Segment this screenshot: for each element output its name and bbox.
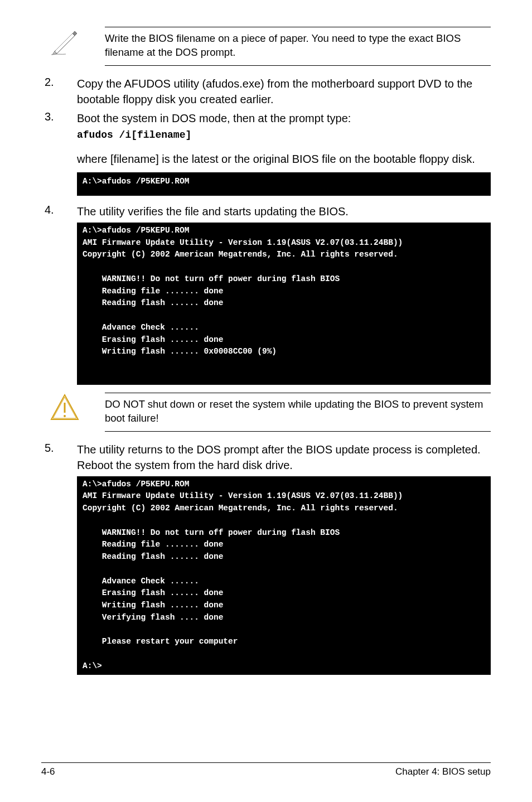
step3-text: Boot the system in DOS mode, then at the…	[77, 112, 351, 124]
step-body: The utility verifies the file and starts…	[77, 204, 491, 219]
warning-text-content: DO NOT shut down or reset the system whi…	[105, 398, 483, 424]
step-3: 3. Boot the system in DOS mode, then at …	[45, 110, 491, 148]
step-number: 2.	[45, 76, 60, 107]
terminal-output-3: A:\>afudos /P5KEPU.ROM AMI Firmware Upda…	[77, 476, 491, 675]
step-number: 4.	[45, 204, 60, 219]
note-block: Write the BIOS filename on a piece of pa…	[50, 27, 491, 66]
svg-point-1	[64, 415, 66, 417]
page-number: 4-6	[41, 766, 55, 777]
warning-triangle-icon	[50, 393, 79, 422]
terminal-output-1: A:\>afudos /P5KEPU.ROM	[77, 172, 491, 196]
step-body: Boot the system in DOS mode, then at the…	[77, 110, 491, 148]
note-text-content: Write the BIOS filename on a piece of pa…	[105, 32, 461, 58]
step-body: Copy the AFUDOS utility (afudos.exe) fro…	[77, 76, 491, 107]
step-number: 5.	[45, 442, 60, 473]
step-body: The utility returns to the DOS prompt af…	[77, 442, 491, 473]
step-4: 4. The utility verifies the file and sta…	[45, 204, 491, 219]
step-number: 3.	[45, 110, 60, 148]
step3-continuation: where [filename] is the latest or the or…	[77, 151, 491, 167]
code-inline: afudos /i[filename]	[77, 128, 491, 142]
step-2: 2. Copy the AFUDOS utility (afudos.exe) …	[45, 76, 491, 107]
chapter-title: Chapter 4: BIOS setup	[395, 766, 491, 777]
note-text: Write the BIOS filename on a piece of pa…	[105, 27, 491, 66]
warning-block: DO NOT shut down or reset the system whi…	[50, 393, 491, 432]
terminal-output-2: A:\>afudos /P5KEPU.ROM AMI Firmware Upda…	[77, 223, 491, 385]
page-footer: 4-6 Chapter 4: BIOS setup	[41, 762, 491, 777]
warning-text: DO NOT shut down or reset the system whi…	[105, 393, 491, 432]
step-5: 5. The utility returns to the DOS prompt…	[45, 442, 491, 473]
pencil-note-icon	[50, 27, 79, 56]
